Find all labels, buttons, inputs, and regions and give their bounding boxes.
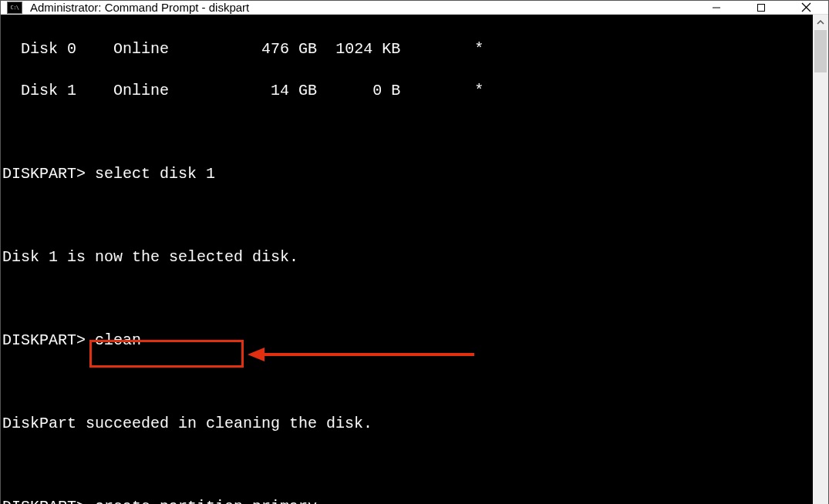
maximize-button[interactable]: [739, 1, 784, 14]
response-line: DiskPart succeeded in cleaning the disk.: [2, 413, 813, 434]
titlebar[interactable]: C:\ Administrator: Command Prompt - disk…: [1, 1, 828, 15]
disk-row: Disk 0 Online 476 GB 1024 KB *: [2, 39, 813, 59]
command-text: create partition primary: [95, 498, 317, 504]
close-button[interactable]: [784, 1, 828, 14]
terminal-output[interactable]: Disk 0 Online 476 GB 1024 KB * Disk 1 On…: [1, 15, 813, 504]
command-prompt-window: C:\ Administrator: Command Prompt - disk…: [0, 0, 829, 504]
minimize-button[interactable]: [694, 1, 739, 14]
response-line: Disk 1 is now the selected disk.: [2, 247, 813, 267]
content-area: Disk 0 Online 476 GB 1024 KB * Disk 1 On…: [1, 15, 828, 504]
disk-row: Disk 1 Online 14 GB 0 B *: [2, 80, 813, 101]
prompt-line: DISKPART> create partition primary: [2, 496, 813, 504]
vertical-scrollbar[interactable]: [813, 15, 828, 504]
scrollbar-track[interactable]: [813, 30, 828, 504]
scroll-up-arrow-icon[interactable]: [813, 15, 828, 30]
window-controls: [694, 1, 828, 14]
window-title: Administrator: Command Prompt - diskpart: [30, 1, 694, 14]
prompt-line: DISKPART> clean: [2, 330, 813, 351]
svg-rect-1: [758, 4, 765, 11]
scrollbar-thumb[interactable]: [814, 30, 827, 72]
command-text: select disk 1: [95, 165, 215, 183]
command-text: clean: [95, 331, 141, 349]
prompt-line: DISKPART> select disk 1: [2, 163, 813, 184]
cmd-icon: C:\: [7, 2, 22, 14]
